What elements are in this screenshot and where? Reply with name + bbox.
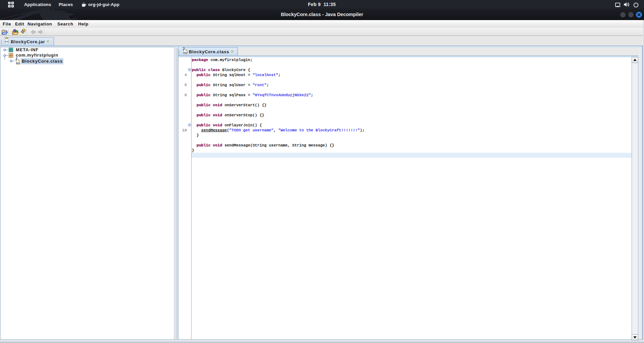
- svg-text:010: 010: [5, 40, 9, 43]
- svg-text:010: 010: [183, 52, 187, 54]
- svg-text:010: 010: [16, 62, 20, 64]
